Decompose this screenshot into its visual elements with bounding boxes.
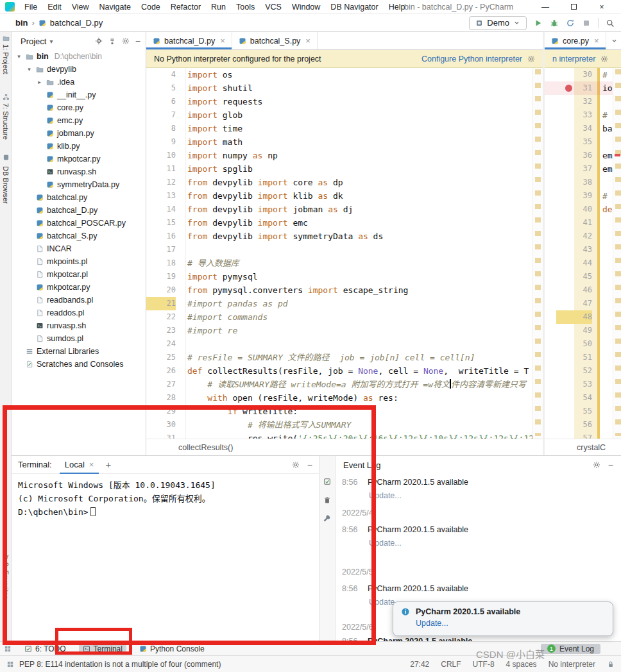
encoding[interactable]: UTF-8 <box>473 660 495 669</box>
code-line[interactable]: #import pandas as pd <box>187 297 288 310</box>
error-stripe[interactable] <box>532 68 543 439</box>
stop-icon[interactable] <box>582 19 591 28</box>
code-line[interactable]: # 读取SUMMARY路径 writeMode=a 附加写的方式打开 =w将文件… <box>187 378 526 391</box>
tree-item-mkpoints-pl[interactable]: mkpoints.pl <box>12 255 146 268</box>
menu-edit[interactable]: Edit <box>43 2 66 12</box>
collapse-all-icon[interactable] <box>108 37 116 45</box>
editor-tab-batchcal-d-py[interactable]: batchcal_D.py× <box>146 32 232 49</box>
code-line[interactable]: import time <box>187 122 242 135</box>
event-log-entry[interactable]: 8:56PyCharm 2020.1.5 available <box>342 582 620 595</box>
close-icon[interactable]: × <box>220 36 225 46</box>
tree-item-batchcal-poscar-py[interactable]: batchcal_POSCAR.py <box>12 217 146 230</box>
tree-item-incar[interactable]: INCAR <box>12 242 146 255</box>
code-pane[interactable]: import osimport shutilimport requestsimp… <box>146 68 543 439</box>
tree-item-batchcal-py[interactable]: batchcal.py <box>12 191 146 204</box>
configure-interpreter-link[interactable]: Configure Python interpreter <box>421 55 522 63</box>
code-line[interactable]: def collectResults(resFile, job = None, … <box>187 364 529 378</box>
editor-tab-core-py[interactable]: core.py× <box>545 32 606 49</box>
tool-window-switcher-icon[interactable] <box>4 645 12 653</box>
menu-run[interactable]: Run <box>207 2 230 12</box>
tree-item-bin[interactable]: ▾binD:\qbchen\bin <box>12 50 146 63</box>
gear-icon[interactable] <box>122 37 130 45</box>
code-line[interactable]: from devpylib import jobman as dj <box>187 203 353 216</box>
tree-item-batchcal-s-py[interactable]: batchcal_S.py <box>12 230 146 242</box>
run-config-select[interactable]: Demo <box>469 16 527 30</box>
interpreter-status[interactable]: No interpreter <box>549 660 595 669</box>
code-line[interactable]: from pymysql.converters import escape_st… <box>187 283 408 297</box>
code-line[interactable]: # <box>602 189 613 203</box>
stripe-project[interactable]: 1: Project <box>0 35 12 74</box>
tree-item-sumdos-pl[interactable]: sumdos.pl <box>12 332 146 345</box>
code-line[interactable]: #import re <box>187 324 237 337</box>
gear-icon[interactable] <box>600 55 608 63</box>
tree-item-jobman-py[interactable]: jobman.py <box>12 127 146 140</box>
menu-window[interactable]: Window <box>287 2 325 12</box>
code-pane[interactable]: # ion# banemCemH# def <box>545 68 621 439</box>
breadcrumb-method[interactable]: crystalC <box>577 443 606 452</box>
code-line[interactable]: with open (resFile, writeMode) as res: <box>187 391 398 405</box>
notification-balloon[interactable]: PyCharm 2020.1.5 available Update... <box>393 601 613 636</box>
code-line[interactable]: import math <box>187 135 242 149</box>
locate-icon[interactable] <box>95 37 103 45</box>
tree-item-init-py[interactable]: __init__.py <box>12 88 146 101</box>
code-line[interactable]: import requests <box>187 95 262 108</box>
tree-item-core-py[interactable]: core.py <box>12 101 146 114</box>
menu-navigate[interactable]: Navigate <box>95 2 135 12</box>
project-panel-title[interactable]: Project <box>21 37 46 46</box>
hide-panel-icon[interactable]: − <box>135 37 140 46</box>
error-stripe[interactable] <box>613 68 621 439</box>
lock-icon[interactable] <box>607 660 615 668</box>
caret-position[interactable]: 27:42 <box>410 660 429 669</box>
tree-item-readbands-pl[interactable]: readbands.pl <box>12 294 146 307</box>
code-line[interactable]: import numpy as np <box>187 149 278 162</box>
menu-tools[interactable]: Tools <box>232 2 259 12</box>
code-line[interactable]: import glob <box>187 108 242 122</box>
code-line[interactable]: import os <box>187 68 232 81</box>
tree-item-mkpotcar-py[interactable]: mkpotcar.py <box>12 281 146 294</box>
rerun-icon[interactable] <box>566 19 575 28</box>
minimize-icon[interactable]: — <box>531 3 559 12</box>
menu-file[interactable]: File <box>20 2 42 12</box>
code-line[interactable]: from devpylib import klib as dk <box>187 189 343 203</box>
menu-refactor[interactable]: Refactor <box>166 2 205 12</box>
menu-db-navigator[interactable]: DB Navigator <box>326 2 382 12</box>
chevron-collapsed-icon[interactable]: ▸ <box>36 79 43 85</box>
code-line[interactable]: #import commands <box>187 310 268 324</box>
event-log-entry[interactable]: 8:56PyCharm 2020.1.5 available <box>342 523 620 536</box>
notification-update-link[interactable]: Update... <box>416 619 520 628</box>
event-log-button[interactable]: 1 Event Log <box>541 644 600 654</box>
code-line[interactable]: from devpylib import emc <box>187 216 308 230</box>
menu-vcs[interactable]: VCS <box>260 2 286 12</box>
breadcrumb-project[interactable]: bin <box>15 18 28 28</box>
maximize-icon[interactable] <box>559 3 588 12</box>
run-icon[interactable] <box>534 19 543 28</box>
editor-tab-batchcal-s-py[interactable]: batchcal_S.py× <box>232 32 318 49</box>
debug-icon[interactable] <box>550 19 559 28</box>
code-line[interactable]: # <box>602 68 613 81</box>
close-icon[interactable]: × <box>594 36 599 46</box>
configure-interpreter-link-fragment[interactable]: n interpreter <box>552 55 595 63</box>
menu-view[interactable]: View <box>67 2 94 12</box>
tree-item-readdos-pl[interactable]: readdos.pl <box>12 307 146 319</box>
event-log-entry[interactable]: 8:56PyCharm 2020.1.5 available <box>342 475 620 489</box>
code-line[interactable]: import spglib <box>187 162 253 176</box>
stripe-db-browser[interactable]: DB Browser <box>0 154 12 204</box>
tree-item-symmetrydata-py[interactable]: symmetryData.py <box>12 178 146 191</box>
code-area-right[interactable]: 3031323334353637383940414243444546474849… <box>545 68 621 439</box>
tool-window-switcher-icon[interactable] <box>6 660 14 668</box>
menu-code[interactable]: Code <box>137 2 165 12</box>
tree-item-devpylib[interactable]: ▾devpylib <box>12 63 146 76</box>
code-line[interactable]: # resFile = SUMMARY 文件的路径 job = job[n] c… <box>187 351 475 364</box>
code-line[interactable]: import pymysql <box>187 270 258 283</box>
tree-item-klib-py[interactable]: klib.py <box>12 140 146 153</box>
chevron-expanded-icon[interactable]: ▾ <box>26 66 33 72</box>
code-area-left[interactable]: 4567891011121314151617181920212223242526… <box>146 68 543 439</box>
tree-item-batchcal-d-py[interactable]: batchcal_D.py <box>12 204 146 217</box>
code-line[interactable]: from devpylib import core as dp <box>187 176 343 189</box>
search-icon[interactable] <box>606 19 615 28</box>
stripe-structure[interactable]: 7: Structure <box>0 94 12 140</box>
breakpoint-icon[interactable] <box>565 85 572 92</box>
code-line[interactable]: from devpylib import symmetryData as ds <box>187 230 383 243</box>
tree-item-external-libraries[interactable]: External Libraries <box>12 345 146 358</box>
tree-item-mkpotcar-pl[interactable]: mkpotcar.pl <box>12 268 146 281</box>
